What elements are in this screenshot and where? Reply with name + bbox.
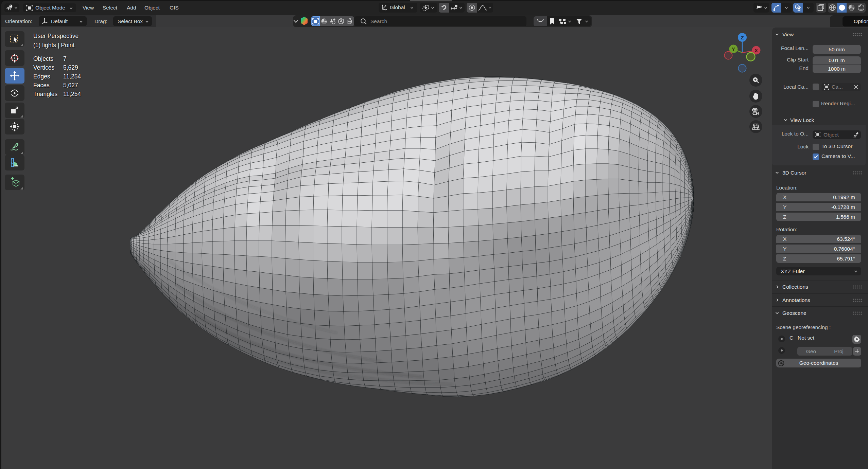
svg-text:Z: Z — [741, 35, 744, 40]
svg-text:X: X — [754, 48, 758, 53]
svg-text:Y: Y — [732, 46, 735, 52]
